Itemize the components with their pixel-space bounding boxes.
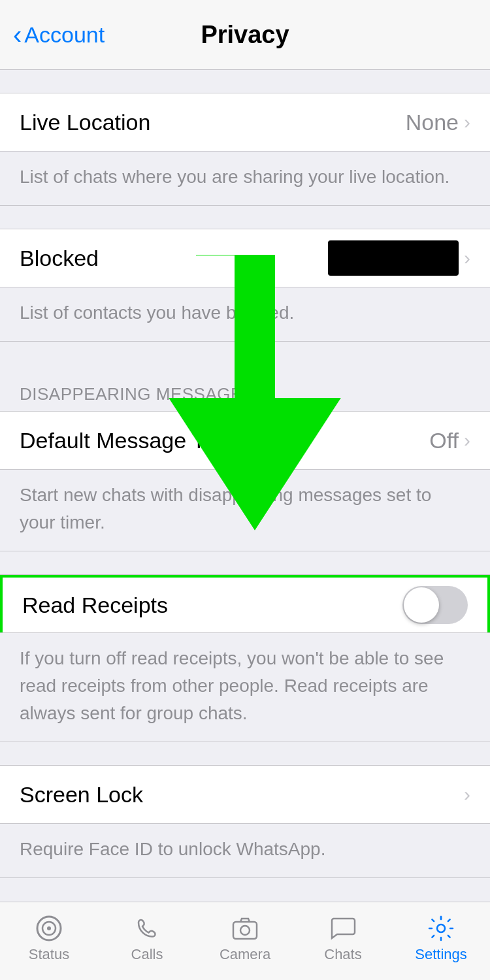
- read-receipts-label: Read Receipts: [22, 593, 168, 618]
- back-button[interactable]: ‹ Account: [13, 22, 105, 48]
- tab-status-label: Status: [29, 946, 69, 963]
- live-location-row[interactable]: Live Location None ›: [0, 93, 490, 151]
- live-location-group: Live Location None ›: [0, 93, 490, 152]
- screen-lock-label: Screen Lock: [20, 782, 143, 808]
- svg-rect-4: [233, 922, 257, 939]
- calls-icon: [132, 913, 162, 943]
- page-title: Privacy: [201, 21, 289, 49]
- default-message-timer-label: Default Message Timer: [20, 428, 248, 453]
- tab-chats-label: Chats: [324, 946, 361, 963]
- svg-point-6: [437, 924, 445, 932]
- default-message-timer-value-text: Off: [429, 428, 459, 453]
- back-chevron-icon: ‹: [13, 22, 22, 48]
- spacer-screen-lock: [0, 742, 490, 765]
- default-message-timer-row[interactable]: Default Message Timer Off ›: [0, 412, 490, 469]
- screen-lock-description: Require Face ID to unlock WhatsApp.: [0, 824, 490, 878]
- blocked-description: List of contacts you have blocked.: [0, 287, 490, 342]
- live-location-label: Live Location: [20, 110, 150, 135]
- spacer-blocked: [0, 206, 490, 229]
- read-receipts-toggle[interactable]: [402, 586, 468, 624]
- blocked-label: Blocked: [20, 246, 99, 271]
- chats-icon: [328, 913, 358, 943]
- spacer-top: [0, 70, 490, 93]
- disappearing-section-header: DISAPPEARING MESSAGES: [0, 365, 490, 411]
- blocked-value: ›: [328, 240, 470, 276]
- spacer-disappearing: [0, 342, 490, 365]
- blocked-group: Blocked ›: [0, 229, 490, 287]
- main-content: Live Location None › List of chats where…: [0, 70, 490, 963]
- blocked-redacted: [328, 240, 459, 276]
- tab-bar: Status Calls Camera Chats Settings: [0, 902, 490, 980]
- camera-icon: [230, 913, 260, 943]
- spacer-read-receipts: [0, 551, 490, 574]
- tab-settings[interactable]: Settings: [392, 913, 490, 963]
- blocked-chevron-icon: ›: [464, 247, 470, 269]
- live-location-description: List of chats where you are sharing your…: [0, 152, 490, 206]
- screen-lock-row[interactable]: Screen Lock ›: [0, 766, 490, 823]
- tab-calls[interactable]: Calls: [98, 913, 196, 963]
- disappearing-group: Default Message Timer Off ›: [0, 411, 490, 470]
- screen-lock-value: ›: [459, 783, 470, 806]
- tab-calls-label: Calls: [131, 946, 163, 963]
- navigation-header: ‹ Account Privacy: [0, 0, 490, 70]
- default-message-timer-chevron-icon: ›: [464, 429, 470, 451]
- tab-chats[interactable]: Chats: [294, 913, 392, 963]
- screen-lock-group: Screen Lock ›: [0, 765, 490, 824]
- settings-icon: [426, 913, 456, 943]
- blocked-row[interactable]: Blocked ›: [0, 229, 490, 287]
- live-location-value-text: None: [406, 110, 459, 135]
- live-location-chevron-icon: ›: [464, 111, 470, 133]
- back-label: Account: [24, 22, 105, 48]
- read-receipts-toggle-knob: [404, 587, 439, 623]
- tab-camera[interactable]: Camera: [196, 913, 294, 963]
- status-icon: [34, 913, 64, 943]
- default-message-timer-value: Off ›: [429, 428, 470, 453]
- tab-status[interactable]: Status: [0, 913, 98, 963]
- svg-point-3: [47, 926, 51, 930]
- disappearing-description: Start new chats with disappearing messag…: [0, 470, 490, 551]
- screen-lock-chevron-icon: ›: [464, 783, 470, 806]
- tab-settings-label: Settings: [415, 946, 467, 963]
- tab-camera-label: Camera: [220, 946, 270, 963]
- read-receipts-row[interactable]: Read Receipts: [0, 575, 490, 632]
- svg-point-5: [240, 926, 250, 935]
- live-location-value: None ›: [406, 110, 470, 135]
- read-receipts-group: Read Receipts: [0, 574, 490, 633]
- read-receipts-description: If you turn off read receipts, you won't…: [0, 633, 490, 742]
